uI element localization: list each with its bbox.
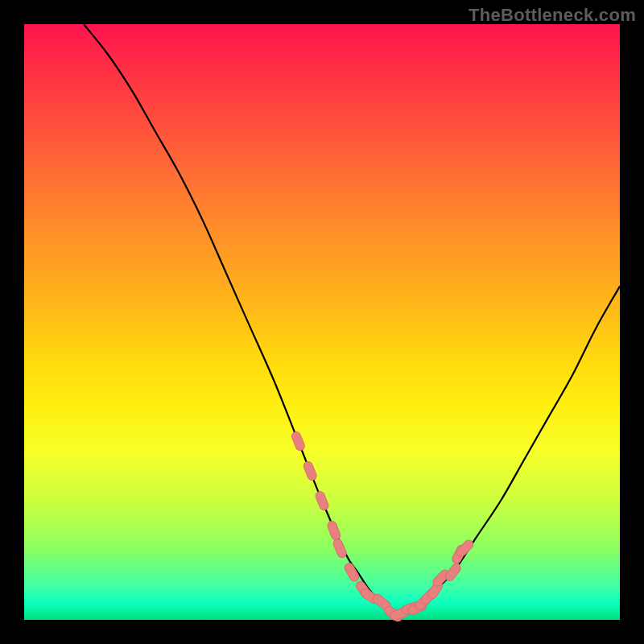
valley-marker (314, 490, 329, 511)
valley-marker (303, 460, 318, 481)
valley-marker (291, 431, 306, 452)
watermark-text: TheBottleneck.com (469, 5, 636, 26)
curve-layer (24, 24, 620, 620)
chart-stage: TheBottleneck.com (0, 0, 644, 644)
bottleneck-curve (84, 24, 620, 615)
valley-marker (326, 520, 341, 541)
valley-markers (291, 431, 475, 623)
plot-area (24, 24, 620, 620)
valley-marker (332, 538, 348, 559)
